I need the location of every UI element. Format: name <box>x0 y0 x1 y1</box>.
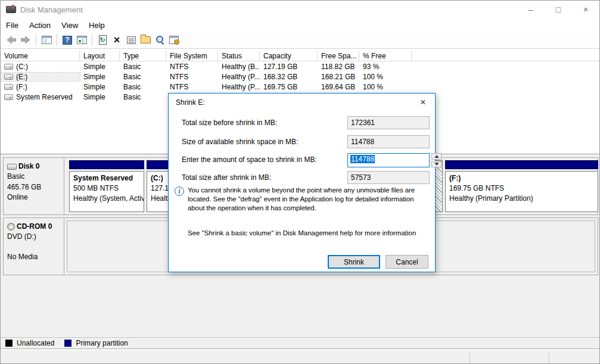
shrink-warning-text: You cannot shrink a volume beyond the po… <box>188 186 428 213</box>
volume-row-e[interactable]: (E:) Simple Basic NTFS Healthy (P... 168… <box>1 71 599 82</box>
forward-icon[interactable] <box>18 33 33 47</box>
column-spacer <box>412 51 599 61</box>
total-size-after-label: Total size after shrink in MB: <box>182 173 271 182</box>
shrink-amount-label: Enter the amount of space to shrink in M… <box>182 155 317 164</box>
statusbar-separator <box>549 352 549 363</box>
toolbar-separator <box>57 34 57 46</box>
refresh-icon[interactable]: ↻ <box>95 33 110 47</box>
toolbar: ? ↻ × <box>1 32 599 49</box>
shrink-amount-input[interactable]: 114788 <box>347 153 430 167</box>
cd-icon <box>7 223 15 231</box>
shrink-dialog-title: Shrink E: <box>176 98 205 107</box>
column-volume[interactable]: Volume <box>1 51 80 61</box>
toolbar-separator <box>92 34 92 46</box>
spin-down-icon[interactable] <box>431 161 442 167</box>
shrink-button[interactable]: Shrink <box>328 255 380 269</box>
available-shrink-space-label: Size of available shrink space in MB: <box>182 138 298 146</box>
drive-icon <box>4 74 13 80</box>
window-title: Disk Management <box>20 5 83 14</box>
volume-row-c[interactable]: (C:) Simple Basic NTFS Healthy (B... 127… <box>1 61 599 71</box>
disk-management-window: Disk Management – □ × File Action View H… <box>0 0 600 364</box>
total-size-before-label: Total size before shrink in MB: <box>182 119 277 127</box>
cdrom0-media-status: No Media <box>7 252 60 262</box>
menu-help[interactable]: Help <box>83 20 110 31</box>
column-pct-free[interactable]: % Free <box>359 51 412 61</box>
spin-up-icon[interactable] <box>431 153 442 160</box>
title-bar: Disk Management – □ × <box>1 1 599 18</box>
unallocated-legend-label: Unallocated <box>17 339 54 347</box>
column-file-system[interactable]: File System <box>166 51 218 61</box>
app-icon <box>6 6 16 13</box>
volume-table-header: Volume Layout Type File System Status Ca… <box>1 51 599 61</box>
primary-partition-bar <box>69 160 144 169</box>
column-type[interactable]: Type <box>120 51 166 61</box>
shrink-dialog: Shrink E: × Total size before shrink in … <box>168 93 436 272</box>
disk0-type: Basic <box>7 172 60 182</box>
delete-icon[interactable]: × <box>110 33 124 47</box>
properties-icon[interactable] <box>124 33 138 47</box>
drive-icon <box>4 94 13 100</box>
cancel-button[interactable]: Cancel <box>386 255 428 269</box>
total-size-after-field: 57573 <box>347 171 430 184</box>
find-icon[interactable] <box>153 33 167 47</box>
column-layout[interactable]: Layout <box>80 51 120 61</box>
menu-bar: File Action View Help <box>1 18 599 32</box>
drive-icon <box>4 84 13 90</box>
disk-icon <box>7 164 17 170</box>
show-console-tree-icon[interactable] <box>39 33 54 47</box>
close-button[interactable]: × <box>572 1 599 18</box>
partition-system-reserved[interactable]: System Reserved 500 MB NTFS Healthy (Sys… <box>69 160 144 212</box>
dialog-close-icon[interactable]: × <box>411 94 435 111</box>
back-icon[interactable] <box>4 33 18 47</box>
total-size-before-field: 172361 <box>347 116 430 129</box>
minimize-button[interactable]: – <box>517 1 545 18</box>
available-shrink-space-field: 114788 <box>347 135 430 148</box>
info-icon: i <box>175 186 184 196</box>
menu-view[interactable]: View <box>56 20 83 31</box>
volume-row-f[interactable]: (F:) Simple Basic NTFS Healthy (P... 169… <box>1 82 599 92</box>
primary-partition-legend-swatch <box>64 340 71 347</box>
column-status[interactable]: Status <box>218 51 260 61</box>
unallocated-legend-swatch <box>5 340 13 347</box>
disk0-label-panel[interactable]: Disk 0 Basic 465.76 GB Online <box>4 158 64 214</box>
statusbar-separator <box>470 352 470 363</box>
open-folder-icon[interactable] <box>138 33 153 47</box>
help-settings-icon[interactable] <box>167 33 181 47</box>
toolbar-separator <box>36 34 36 46</box>
partition-f[interactable]: (F:) 169.75 GB NTFS Healthy (Primary Par… <box>445 160 598 212</box>
status-bar <box>1 350 599 364</box>
drive-icon <box>4 64 13 70</box>
column-free-space[interactable]: Free Spa... <box>318 51 359 61</box>
menu-action[interactable]: Action <box>24 20 56 31</box>
legend-bar: Unallocated Primary partition <box>1 337 599 349</box>
shrink-dialog-titlebar: Shrink E: × <box>169 94 435 111</box>
maximize-button[interactable]: □ <box>545 1 572 18</box>
disk0-status: Online <box>7 192 60 203</box>
cdrom0-drive-letter: DVD (D:) <box>7 232 60 242</box>
column-capacity[interactable]: Capacity <box>260 51 318 61</box>
primary-partition-bar <box>445 160 598 169</box>
cdrom0-label-panel[interactable]: CD-ROM 0 DVD (D:) No Media <box>4 218 64 275</box>
show-action-pane-icon[interactable] <box>74 33 89 47</box>
menu-file[interactable]: File <box>1 20 24 31</box>
primary-partition-legend-label: Primary partition <box>76 339 128 347</box>
disk0-size: 465.76 GB <box>7 182 60 192</box>
shrink-help-text: See "Shrink a basic volume" in Disk Mana… <box>188 229 416 237</box>
help-icon[interactable]: ? <box>60 33 74 47</box>
